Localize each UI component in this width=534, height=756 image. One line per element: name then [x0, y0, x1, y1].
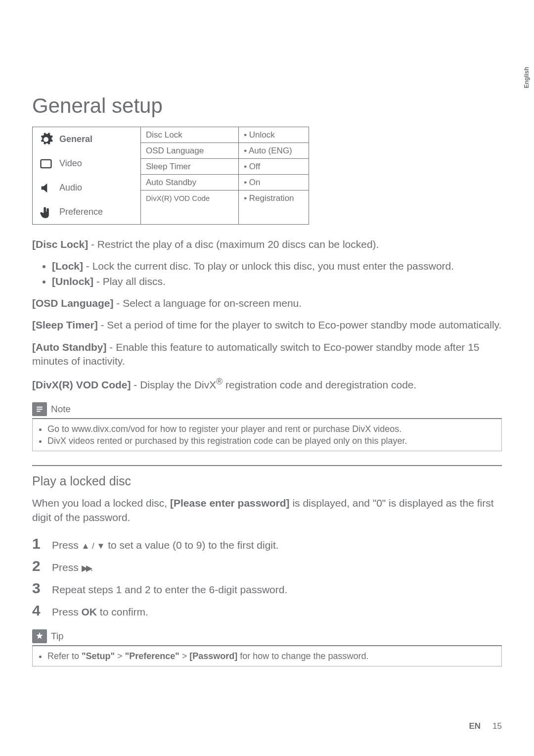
settings-values-col: • Unlock • Auto (ENG) • Off • On • Regis…: [239, 127, 309, 224]
text: >: [179, 651, 190, 661]
section-divider: [32, 465, 502, 466]
step-item: Press ▶▶.: [32, 555, 502, 577]
menu-categories: General Video Audio Preference: [32, 127, 141, 225]
svg-rect-0: [41, 159, 51, 167]
option-desc: registration code and deregistration cod…: [222, 379, 416, 390]
text: When you load a locked disc,: [32, 497, 170, 509]
tip-callout: Tip Refer to "Setup" > "Preference" > [P…: [32, 627, 502, 666]
tip-body: Refer to "Setup" > "Preference" > [Passw…: [32, 645, 502, 666]
note-title: Note: [51, 404, 71, 415]
page-number: 15: [492, 721, 502, 731]
menu-label: General: [59, 134, 92, 144]
note-item: DivX videos rented or purchased by this …: [47, 435, 495, 447]
setting-value: • On: [239, 175, 309, 190]
page-footer: EN 15: [469, 721, 502, 731]
setting-name: DivX(R) VOD Code: [141, 190, 238, 206]
registered-symbol: ®: [216, 377, 222, 386]
setting-name: Sleep Timer: [141, 159, 238, 175]
list-item: [Lock] - Lock the current disc. To play …: [52, 259, 502, 273]
gear-icon: [38, 131, 54, 148]
text: Press: [52, 562, 82, 573]
menu-label: Video: [59, 158, 82, 169]
disc-lock-para: [Disc Lock] - Restrict the play of a dis…: [32, 237, 502, 251]
page-title: General setup: [32, 94, 502, 118]
text: Refer to: [47, 651, 82, 661]
disc-lock-list: [Lock] - Lock the current disc. To play …: [52, 259, 502, 288]
locked-disc-para: When you load a locked disc, [Please ent…: [32, 496, 502, 524]
tip-header: Tip: [32, 627, 502, 645]
menu-label: Audio: [59, 183, 82, 193]
option-desc: - Set a period of time for the player to…: [98, 319, 502, 331]
text: to set a value (0 to 9) to the first dig…: [105, 539, 278, 551]
ui-message: [Please enter password]: [170, 497, 290, 509]
text: Press: [52, 606, 82, 617]
option-label: [Disc Lock]: [32, 238, 88, 250]
arrow-symbols: ▲ / ▼: [82, 541, 105, 551]
text: to confirm.: [97, 606, 148, 617]
option-label: [DivX(R) VOD Code]: [32, 379, 131, 390]
menu-path: [Password]: [189, 651, 237, 661]
setting-name: Auto Standby: [141, 175, 238, 190]
tip-title: Tip: [51, 631, 64, 642]
setting-value: • Unlock: [239, 127, 309, 143]
option-label: [Lock]: [52, 260, 83, 272]
tip-icon: [32, 629, 47, 643]
option-label: [Auto Standby]: [32, 341, 106, 353]
option-label: [Sleep Timer]: [32, 319, 98, 331]
video-icon: [38, 155, 54, 172]
text: Press: [52, 539, 82, 551]
text: Repeat steps 1 and 2 to enter the 6-digi…: [52, 582, 287, 598]
menu-settings-table: Disc Lock OSD Language Sleep Timer Auto …: [141, 127, 309, 225]
footer-lang: EN: [469, 721, 481, 731]
menu-item-general: General: [33, 127, 140, 151]
list-item: [Unlock] - Play all discs.: [52, 275, 502, 288]
menu-item-audio: Audio: [33, 176, 140, 200]
tip-item: Refer to "Setup" > "Preference" > [Passw…: [47, 650, 495, 662]
text: .: [90, 562, 93, 573]
setting-value: • Off: [239, 159, 309, 175]
settings-names-col: Disc Lock OSD Language Sleep Timer Auto …: [141, 127, 239, 224]
speaker-icon: [38, 180, 54, 196]
setting-name: Disc Lock: [141, 127, 238, 143]
steps-list: Press ▲ / ▼ to set a value (0 to 9) to t…: [32, 532, 502, 621]
option-label: [Unlock]: [52, 276, 93, 287]
option-desc: - Play all discs.: [93, 276, 166, 287]
note-icon: [32, 402, 47, 416]
option-desc: - Select a language for on-screen menu.: [114, 297, 302, 309]
menu-path: "Preference": [125, 651, 179, 661]
note-callout: Note Go to www.divx.com/vod for how to r…: [32, 400, 502, 452]
forward-symbol: ▶▶: [82, 564, 90, 573]
subsection-heading: Play a locked disc: [32, 474, 502, 488]
divx-vod-para: [DivX(R) VOD Code] - Display the DivX® r…: [32, 376, 502, 392]
option-label: [OSD Language]: [32, 297, 114, 309]
language-side-label: English: [523, 67, 530, 88]
auto-standby-para: [Auto Standby] - Enable this feature to …: [32, 340, 502, 369]
step-item: Press OK to confirm.: [32, 599, 502, 621]
step-item: Press ▲ / ▼ to set a value (0 to 9) to t…: [32, 532, 502, 555]
hand-icon: [38, 204, 54, 221]
option-desc: - Display the DivX: [131, 379, 217, 390]
menu-diagram: General Video Audio Preference Disc Lock…: [32, 127, 502, 225]
menu-path: "Setup": [82, 651, 115, 661]
note-item: Go to www.divx.com/vod for how to regist…: [47, 423, 495, 435]
setting-value: • Registration: [239, 190, 309, 206]
option-desc: - Lock the current disc. To play or unlo…: [83, 260, 454, 272]
option-desc: - Restrict the play of a disc (maximum 2…: [88, 238, 379, 250]
sleep-timer-para: [Sleep Timer] - Set a period of time for…: [32, 318, 502, 332]
text: for how to change the password.: [237, 651, 368, 661]
menu-item-video: Video: [33, 151, 140, 176]
note-body: Go to www.divx.com/vod for how to regist…: [32, 418, 502, 452]
menu-item-preference: Preference: [33, 200, 140, 224]
osd-language-para: [OSD Language] - Select a language for o…: [32, 296, 502, 310]
note-header: Note: [32, 400, 502, 418]
menu-label: Preference: [59, 207, 103, 217]
setting-value: • Auto (ENG): [239, 143, 309, 159]
button-ref: OK: [82, 606, 97, 617]
step-item: Repeat steps 1 and 2 to enter the 6-digi…: [32, 577, 502, 599]
setting-name: OSD Language: [141, 143, 238, 159]
text: >: [115, 651, 125, 661]
